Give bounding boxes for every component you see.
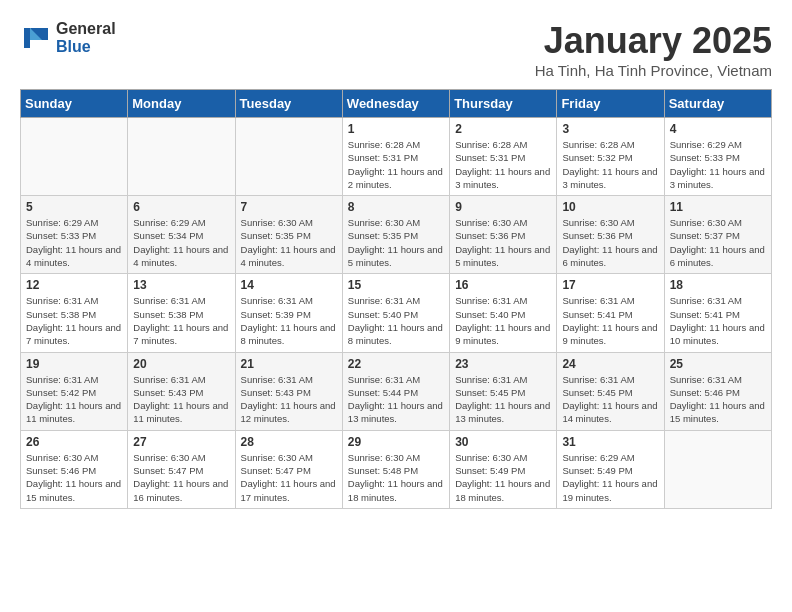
table-row xyxy=(664,430,771,508)
day-info: Sunrise: 6:30 AM Sunset: 5:36 PM Dayligh… xyxy=(455,216,551,269)
page-header: General Blue January 2025 Ha Tinh, Ha Ti… xyxy=(20,20,772,79)
day-number: 15 xyxy=(348,278,444,292)
day-number: 25 xyxy=(670,357,766,371)
day-info: Sunrise: 6:28 AM Sunset: 5:32 PM Dayligh… xyxy=(562,138,658,191)
table-row: 22Sunrise: 6:31 AM Sunset: 5:44 PM Dayli… xyxy=(342,352,449,430)
table-row: 7Sunrise: 6:30 AM Sunset: 5:35 PM Daylig… xyxy=(235,196,342,274)
table-row: 3Sunrise: 6:28 AM Sunset: 5:32 PM Daylig… xyxy=(557,118,664,196)
table-row xyxy=(128,118,235,196)
table-row xyxy=(21,118,128,196)
col-friday: Friday xyxy=(557,90,664,118)
day-number: 20 xyxy=(133,357,229,371)
calendar-title: January 2025 xyxy=(535,20,772,62)
day-number: 14 xyxy=(241,278,337,292)
day-number: 30 xyxy=(455,435,551,449)
day-number: 21 xyxy=(241,357,337,371)
day-info: Sunrise: 6:29 AM Sunset: 5:33 PM Dayligh… xyxy=(26,216,122,269)
day-info: Sunrise: 6:31 AM Sunset: 5:40 PM Dayligh… xyxy=(455,294,551,347)
col-sunday: Sunday xyxy=(21,90,128,118)
day-info: Sunrise: 6:30 AM Sunset: 5:49 PM Dayligh… xyxy=(455,451,551,504)
day-info: Sunrise: 6:31 AM Sunset: 5:42 PM Dayligh… xyxy=(26,373,122,426)
calendar-week-row: 19Sunrise: 6:31 AM Sunset: 5:42 PM Dayli… xyxy=(21,352,772,430)
table-row: 19Sunrise: 6:31 AM Sunset: 5:42 PM Dayli… xyxy=(21,352,128,430)
table-row: 18Sunrise: 6:31 AM Sunset: 5:41 PM Dayli… xyxy=(664,274,771,352)
day-info: Sunrise: 6:31 AM Sunset: 5:45 PM Dayligh… xyxy=(455,373,551,426)
day-number: 13 xyxy=(133,278,229,292)
table-row: 30Sunrise: 6:30 AM Sunset: 5:49 PM Dayli… xyxy=(450,430,557,508)
day-number: 9 xyxy=(455,200,551,214)
col-saturday: Saturday xyxy=(664,90,771,118)
calendar-table: Sunday Monday Tuesday Wednesday Thursday… xyxy=(20,89,772,509)
table-row: 27Sunrise: 6:30 AM Sunset: 5:47 PM Dayli… xyxy=(128,430,235,508)
day-info: Sunrise: 6:31 AM Sunset: 5:39 PM Dayligh… xyxy=(241,294,337,347)
table-row: 31Sunrise: 6:29 AM Sunset: 5:49 PM Dayli… xyxy=(557,430,664,508)
day-number: 12 xyxy=(26,278,122,292)
table-row: 4Sunrise: 6:29 AM Sunset: 5:33 PM Daylig… xyxy=(664,118,771,196)
table-row: 23Sunrise: 6:31 AM Sunset: 5:45 PM Dayli… xyxy=(450,352,557,430)
day-info: Sunrise: 6:30 AM Sunset: 5:47 PM Dayligh… xyxy=(241,451,337,504)
day-number: 11 xyxy=(670,200,766,214)
table-row: 13Sunrise: 6:31 AM Sunset: 5:38 PM Dayli… xyxy=(128,274,235,352)
table-row: 14Sunrise: 6:31 AM Sunset: 5:39 PM Dayli… xyxy=(235,274,342,352)
day-number: 29 xyxy=(348,435,444,449)
day-info: Sunrise: 6:31 AM Sunset: 5:38 PM Dayligh… xyxy=(26,294,122,347)
day-info: Sunrise: 6:29 AM Sunset: 5:34 PM Dayligh… xyxy=(133,216,229,269)
table-row: 26Sunrise: 6:30 AM Sunset: 5:46 PM Dayli… xyxy=(21,430,128,508)
table-row: 29Sunrise: 6:30 AM Sunset: 5:48 PM Dayli… xyxy=(342,430,449,508)
day-info: Sunrise: 6:31 AM Sunset: 5:45 PM Dayligh… xyxy=(562,373,658,426)
calendar-header-row: Sunday Monday Tuesday Wednesday Thursday… xyxy=(21,90,772,118)
logo-icon xyxy=(20,24,52,52)
day-number: 8 xyxy=(348,200,444,214)
title-block: January 2025 Ha Tinh, Ha Tinh Province, … xyxy=(535,20,772,79)
day-number: 28 xyxy=(241,435,337,449)
table-row: 1Sunrise: 6:28 AM Sunset: 5:31 PM Daylig… xyxy=(342,118,449,196)
logo: General Blue xyxy=(20,20,116,55)
day-number: 19 xyxy=(26,357,122,371)
table-row: 8Sunrise: 6:30 AM Sunset: 5:35 PM Daylig… xyxy=(342,196,449,274)
table-row: 25Sunrise: 6:31 AM Sunset: 5:46 PM Dayli… xyxy=(664,352,771,430)
day-info: Sunrise: 6:31 AM Sunset: 5:40 PM Dayligh… xyxy=(348,294,444,347)
calendar-week-row: 12Sunrise: 6:31 AM Sunset: 5:38 PM Dayli… xyxy=(21,274,772,352)
day-info: Sunrise: 6:30 AM Sunset: 5:48 PM Dayligh… xyxy=(348,451,444,504)
col-tuesday: Tuesday xyxy=(235,90,342,118)
day-number: 17 xyxy=(562,278,658,292)
table-row: 2Sunrise: 6:28 AM Sunset: 5:31 PM Daylig… xyxy=(450,118,557,196)
day-info: Sunrise: 6:31 AM Sunset: 5:43 PM Dayligh… xyxy=(133,373,229,426)
day-number: 4 xyxy=(670,122,766,136)
logo-blue-text: Blue xyxy=(56,38,116,56)
table-row: 11Sunrise: 6:30 AM Sunset: 5:37 PM Dayli… xyxy=(664,196,771,274)
table-row: 12Sunrise: 6:31 AM Sunset: 5:38 PM Dayli… xyxy=(21,274,128,352)
day-number: 7 xyxy=(241,200,337,214)
day-info: Sunrise: 6:31 AM Sunset: 5:46 PM Dayligh… xyxy=(670,373,766,426)
day-info: Sunrise: 6:31 AM Sunset: 5:38 PM Dayligh… xyxy=(133,294,229,347)
table-row: 20Sunrise: 6:31 AM Sunset: 5:43 PM Dayli… xyxy=(128,352,235,430)
calendar-week-row: 5Sunrise: 6:29 AM Sunset: 5:33 PM Daylig… xyxy=(21,196,772,274)
day-number: 1 xyxy=(348,122,444,136)
day-number: 22 xyxy=(348,357,444,371)
day-info: Sunrise: 6:31 AM Sunset: 5:41 PM Dayligh… xyxy=(670,294,766,347)
day-info: Sunrise: 6:30 AM Sunset: 5:35 PM Dayligh… xyxy=(241,216,337,269)
day-number: 10 xyxy=(562,200,658,214)
day-info: Sunrise: 6:29 AM Sunset: 5:49 PM Dayligh… xyxy=(562,451,658,504)
day-info: Sunrise: 6:28 AM Sunset: 5:31 PM Dayligh… xyxy=(348,138,444,191)
table-row: 9Sunrise: 6:30 AM Sunset: 5:36 PM Daylig… xyxy=(450,196,557,274)
day-number: 2 xyxy=(455,122,551,136)
col-wednesday: Wednesday xyxy=(342,90,449,118)
day-number: 23 xyxy=(455,357,551,371)
table-row: 16Sunrise: 6:31 AM Sunset: 5:40 PM Dayli… xyxy=(450,274,557,352)
table-row: 28Sunrise: 6:30 AM Sunset: 5:47 PM Dayli… xyxy=(235,430,342,508)
table-row: 5Sunrise: 6:29 AM Sunset: 5:33 PM Daylig… xyxy=(21,196,128,274)
table-row: 24Sunrise: 6:31 AM Sunset: 5:45 PM Dayli… xyxy=(557,352,664,430)
table-row: 15Sunrise: 6:31 AM Sunset: 5:40 PM Dayli… xyxy=(342,274,449,352)
day-info: Sunrise: 6:30 AM Sunset: 5:47 PM Dayligh… xyxy=(133,451,229,504)
logo-general-text: General xyxy=(56,20,116,38)
table-row: 10Sunrise: 6:30 AM Sunset: 5:36 PM Dayli… xyxy=(557,196,664,274)
day-info: Sunrise: 6:30 AM Sunset: 5:35 PM Dayligh… xyxy=(348,216,444,269)
table-row: 21Sunrise: 6:31 AM Sunset: 5:43 PM Dayli… xyxy=(235,352,342,430)
calendar-subtitle: Ha Tinh, Ha Tinh Province, Vietnam xyxy=(535,62,772,79)
day-number: 3 xyxy=(562,122,658,136)
day-number: 5 xyxy=(26,200,122,214)
table-row: 6Sunrise: 6:29 AM Sunset: 5:34 PM Daylig… xyxy=(128,196,235,274)
day-info: Sunrise: 6:30 AM Sunset: 5:36 PM Dayligh… xyxy=(562,216,658,269)
svg-marker-2 xyxy=(24,28,30,48)
